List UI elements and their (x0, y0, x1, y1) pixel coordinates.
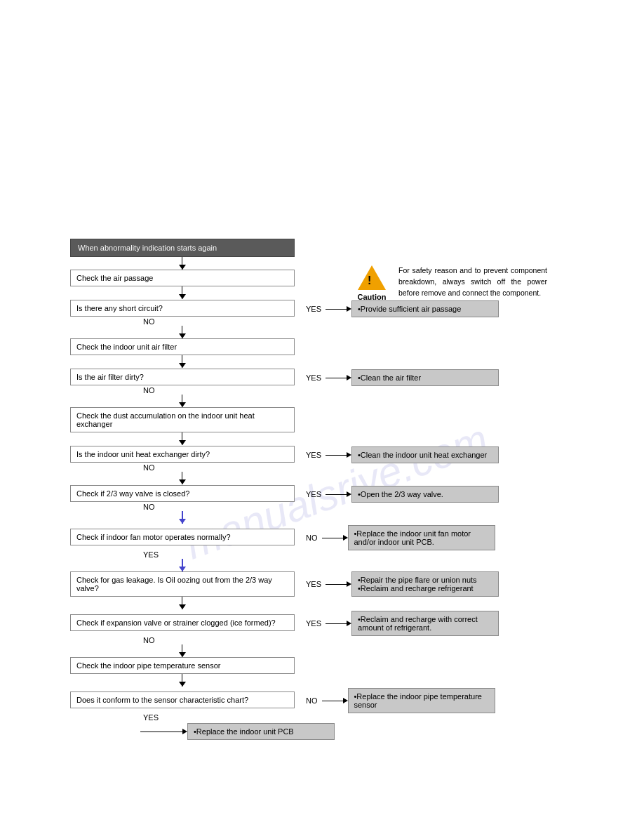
result-replace-pipe-sensor: •Replace the indoor pipe temperature sen… (348, 688, 495, 713)
arrow-right-line-final (140, 732, 182, 732)
arrow-right-line-7 (326, 623, 347, 624)
decision-exchanger-dirty: Is the indoor unit heat exchanger dirty? (70, 446, 295, 463)
no-label-4: NO (143, 503, 155, 511)
arrow-right-8 (322, 698, 348, 703)
result-replace-fan-motor: •Replace the indoor unit fan motor and/o… (348, 525, 495, 550)
no-branch-3: NO (140, 463, 617, 472)
right-col-8: NO •Replace the indoor pipe temperature … (302, 688, 495, 713)
arrow-1 (182, 257, 182, 270)
decision-short-circuit: Is there any short circuit? (70, 300, 295, 317)
arrow-right-head-1 (347, 306, 351, 312)
no-label-5r: NO (306, 534, 318, 542)
arrow-right-1 (326, 306, 351, 312)
left-col-8: Does it conform to the sensor characteri… (70, 691, 302, 708)
arrow-right-final (140, 729, 187, 734)
arrow-right-head-5 (343, 535, 348, 541)
arrow-12 (182, 674, 182, 687)
right-col-2: YES •Clean the air filter (302, 369, 499, 386)
yes-label-3: YES (306, 451, 321, 459)
decision-valve: Check if 2/3 way valve is closed? (70, 485, 295, 502)
yes-branch-8: YES (140, 713, 617, 722)
decision-filter-dirty-row: Is the air filter dirty? YES •Clean the … (70, 368, 617, 386)
yes-branch-5: YES (140, 550, 617, 559)
decision-fan-motor: Check if indoor fan motor operates norma… (70, 529, 295, 545)
arrow-right-head-final (182, 729, 187, 734)
arrow-right-6 (326, 581, 351, 587)
decision-exchanger-dirty-row: Is the indoor unit heat exchanger dirty?… (70, 445, 617, 463)
result-reclaim-recharge: •Reclaim and recharge with correct amoun… (351, 611, 499, 636)
left-col-3: Is the indoor unit heat exchanger dirty? (70, 446, 302, 463)
arrow-right-head-7 (347, 621, 351, 626)
left-col-6: Check for gas leakage. Is Oil oozing out… (70, 571, 302, 597)
right-col-5: NO •Replace the indoor unit fan motor an… (302, 525, 495, 550)
arrow-9-blue (182, 559, 183, 571)
left-col-2: Is the air filter dirty? (70, 369, 302, 385)
no-label-7: NO (143, 636, 155, 644)
arrow-3 (182, 326, 182, 338)
step-gas-leakage: Check for gas leakage. Is Oil oozing out… (70, 571, 295, 597)
no-branch-7: NO (140, 636, 617, 644)
left-col-4: Check if 2/3 way valve is closed? (70, 485, 302, 502)
decision-valve-row: Check if 2/3 way valve is closed? YES •O… (70, 484, 617, 503)
decision-filter-dirty: Is the air filter dirty? (70, 369, 295, 385)
left-col-7: Check if expansion valve or strainer clo… (70, 614, 302, 631)
page: manualsrive.com Caution For safety reaso… (0, 0, 644, 834)
arrow-right-line-1 (326, 309, 347, 310)
step-check-air-passage: Check the air passage (70, 270, 295, 286)
yes-label-1: YES (306, 305, 321, 313)
result-replace-pcb: •Replace the indoor unit PCB (187, 723, 335, 740)
arrow-right-head-8 (343, 698, 348, 703)
no-branch-1: NO (140, 317, 617, 326)
arrow-right-head-3 (347, 452, 351, 458)
right-col-1: YES •Provide sufficient air passage (302, 300, 499, 317)
arrow-7 (182, 472, 182, 484)
yes-label-4: YES (306, 490, 321, 498)
arrow-right-line-8 (322, 701, 343, 701)
no-label-8r: NO (306, 696, 318, 705)
right-col-6: YES •Repair the pipe flare or union nuts… (302, 571, 499, 597)
no-label-1: NO (143, 317, 155, 326)
arrow-right-line-6 (326, 584, 347, 585)
left-col-1: Is there any short circuit? (70, 300, 302, 317)
right-col-3: YES •Clean the indoor unit heat exchange… (302, 446, 499, 463)
arrow-right-2 (326, 375, 351, 380)
step-check-pipe-sensor: Check the indoor pipe temperature sensor (70, 657, 295, 674)
arrow-right-line-3 (326, 455, 347, 456)
result-open-valve: •Open the 2/3 way valve. (351, 486, 499, 503)
no-branch-4: NO (140, 503, 617, 511)
arrow-right-4 (326, 491, 351, 497)
yes-label-7: YES (306, 619, 321, 628)
arrow-8-blue (182, 511, 183, 524)
flowchart-area: Caution For safety reason and to prevent… (70, 239, 617, 740)
left-col-5: Check if indoor fan motor operates norma… (70, 529, 302, 545)
right-col-4: YES •Open the 2/3 way valve. (302, 486, 499, 503)
arrow-right-line-2 (326, 378, 347, 378)
decision-expansion-valve-row: Check if expansion valve or strainer clo… (70, 609, 617, 636)
result-clean-exchanger: •Clean the indoor unit heat exchanger (351, 446, 499, 463)
decision-fan-motor-row: Check if indoor fan motor operates norma… (70, 524, 617, 550)
no-label-3: NO (143, 463, 155, 472)
step-check-air-filter: Check the indoor unit air filter (70, 338, 295, 355)
decision-expansion-valve: Check if expansion valve or strainer clo… (70, 614, 295, 631)
yes-label-5d: YES (143, 550, 159, 559)
arrow-right-line-4 (326, 494, 347, 495)
result-provide-air: •Provide sufficient air passage (351, 300, 499, 317)
decision-gas-leakage-row: Check for gas leakage. Is Oil oozing out… (70, 571, 617, 597)
arrow-2 (182, 286, 182, 299)
result-clean-filter: •Clean the air filter (351, 369, 499, 386)
no-label-2: NO (143, 386, 155, 395)
decision-short-circuit-row: Is there any short circuit? YES •Provide… (70, 299, 617, 317)
right-col-7: YES •Reclaim and recharge with correct a… (302, 611, 499, 636)
decision-sensor-chart: Does it conform to the sensor characteri… (70, 691, 295, 708)
yes-label-8d: YES (143, 713, 159, 722)
yes-label-2: YES (306, 373, 321, 382)
final-result-row: •Replace the indoor unit PCB (140, 723, 617, 740)
start-box: When abnormality indication starts again (70, 239, 295, 257)
arrow-right-head-4 (347, 491, 351, 497)
arrow-right-5 (322, 535, 348, 541)
arrow-right-head-6 (347, 581, 351, 587)
yes-label-6: YES (306, 580, 321, 588)
arrow-11 (182, 644, 182, 657)
result-repair-pipe: •Repair the pipe flare or union nuts•Rec… (351, 571, 499, 597)
arrow-4 (182, 355, 182, 368)
